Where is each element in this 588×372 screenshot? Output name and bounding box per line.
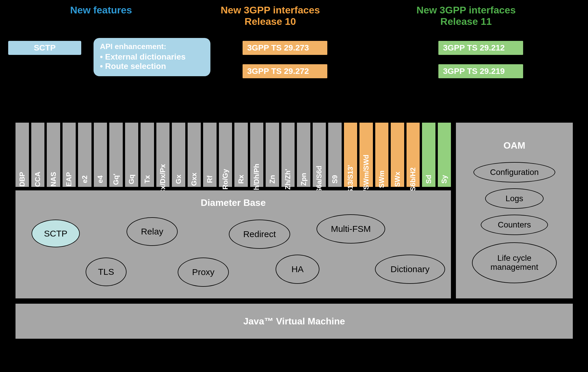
- rel11-spec-29219: 3GPP TS 29.219: [438, 64, 523, 78]
- iface-rf: Rf: [203, 123, 217, 187]
- iface-label: NAS: [49, 172, 58, 187]
- jvm-block: Java™ Virtual Machine: [15, 304, 573, 339]
- iface-dbp: DBP: [15, 123, 29, 187]
- oam-title: OAM: [456, 123, 573, 151]
- oam-configuration: Configuration: [473, 162, 555, 182]
- iface-gq: Gq: [125, 123, 139, 187]
- api-item-route-selection: Route selection: [100, 62, 204, 71]
- iface-s6as6d: S6a/S6d: [313, 123, 326, 187]
- iface-e2: e2: [78, 123, 91, 187]
- iface-label: e2: [81, 175, 89, 183]
- iface-label: Rf: [206, 175, 214, 183]
- oam-logs: Logs: [485, 188, 544, 209]
- diameter-base-title: Diameter Base: [15, 190, 451, 208]
- iface-label: S6b/H2: [409, 167, 417, 191]
- iface-label: Sy: [440, 175, 448, 183]
- iface-label: CCA: [34, 172, 42, 187]
- rel10-spec-29273: 3GPP TS 29.273: [243, 41, 327, 55]
- iface-label: Gq: [127, 174, 136, 184]
- iface-staswmswd: STa/SWm/SWd: [359, 123, 373, 187]
- iface-nas: NAS: [47, 123, 60, 187]
- iface-sd: Sd: [422, 123, 435, 187]
- iface-label: EAP: [65, 172, 73, 186]
- iface-tx: Tx: [141, 123, 154, 187]
- header-release-10: New 3GPP interfaces Release 10: [221, 4, 320, 27]
- header-rel10-line1: New 3GPP interfaces: [221, 4, 320, 15]
- ellipse-ha: HA: [276, 255, 319, 284]
- iface-cxdxpx: Cx/Dx/Px: [156, 123, 170, 187]
- iface-swm: SWm: [375, 123, 389, 187]
- header-new-features: New features: [70, 4, 132, 16]
- feature-api-enhancement: API enhancement: External dictionaries R…: [94, 38, 210, 76]
- iface-gxx: Gxx: [188, 123, 201, 187]
- iface-label: Rx: [237, 175, 245, 184]
- interface-rack: DBP CCA NAS EAP e2 e4 Gq' Gq Tx Cx/Dx/Px…: [15, 123, 451, 187]
- iface-label: Zn: [268, 175, 276, 183]
- iface-label: SWx: [393, 172, 402, 187]
- iface-label: Ro/Gy: [221, 169, 229, 190]
- iface-eap: EAP: [63, 123, 76, 187]
- ellipse-relay: Relay: [127, 217, 178, 246]
- iface-zpn: Zpn: [297, 123, 310, 187]
- ellipse-multifsm: Multi-FSM: [317, 214, 385, 244]
- oam-block: OAM Configuration Logs Counters Life cyc…: [456, 123, 573, 298]
- iface-sy: Sy: [438, 123, 451, 187]
- api-title: API enhancement:: [100, 42, 204, 51]
- iface-label: Zh/Zh': [284, 169, 292, 190]
- iface-label: Sd: [425, 175, 433, 184]
- iface-swx: SWx: [391, 123, 404, 187]
- iface-e4: e4: [94, 123, 107, 187]
- iface-label: Gq': [112, 173, 120, 185]
- rel11-spec-29212: 3GPP TS 29.212: [438, 41, 523, 55]
- iface-s9: S9: [328, 123, 342, 187]
- iface-rx: Rx: [234, 123, 248, 187]
- iface-s13: S13/S13': [344, 123, 357, 187]
- iface-label: Gxx: [190, 173, 198, 186]
- ellipse-proxy: Proxy: [178, 258, 229, 287]
- diameter-base-block: Diameter Base SCTP Relay Redirect Multi-…: [15, 190, 451, 298]
- ellipse-sctp: SCTP: [32, 220, 80, 247]
- iface-label: Cx/Dx/Px: [159, 164, 167, 194]
- iface-gx: Gx: [172, 123, 185, 187]
- iface-label: e4: [96, 175, 104, 183]
- header-release-11: New 3GPP interfaces Release 11: [416, 4, 516, 27]
- oam-lifecycle: Life cycle management: [472, 242, 557, 283]
- iface-label: S6a/S6d: [315, 166, 323, 193]
- ellipse-dictionary: Dictionary: [375, 255, 445, 284]
- iface-cca: CCA: [31, 123, 45, 187]
- iface-s6bh2: S6b/H2: [407, 123, 420, 187]
- iface-zn: Zn: [266, 123, 279, 187]
- rel10-spec-29272: 3GPP TS 29.272: [243, 64, 327, 78]
- iface-label: Zpn: [300, 173, 308, 186]
- iface-label: Tx: [143, 175, 151, 183]
- header-rel11-line1: New 3GPP interfaces: [416, 4, 516, 15]
- header-rel10-line2: Release 10: [245, 16, 296, 27]
- api-item-external-dictionaries: External dictionaries: [100, 52, 204, 62]
- iface-label: S13/S13': [346, 165, 354, 194]
- iface-gqprime: Gq': [109, 123, 123, 187]
- header-rel11-line2: Release 11: [440, 16, 492, 27]
- oam-counters: Counters: [481, 215, 548, 235]
- iface-label: Gx: [174, 175, 183, 184]
- iface-zhzhprime: Zh/Zh': [281, 123, 295, 187]
- ellipse-tls: TLS: [86, 258, 127, 286]
- iface-label: DBP: [18, 172, 26, 187]
- ellipse-redirect: Redirect: [229, 220, 290, 249]
- iface-label: S9: [331, 175, 339, 183]
- iface-rogy: Ro/Gy: [219, 123, 232, 187]
- feature-sctp-pill: SCTP: [8, 41, 81, 55]
- iface-shdhph: Sh/Dh/Ph: [250, 123, 264, 187]
- iface-label: SWm: [378, 171, 386, 188]
